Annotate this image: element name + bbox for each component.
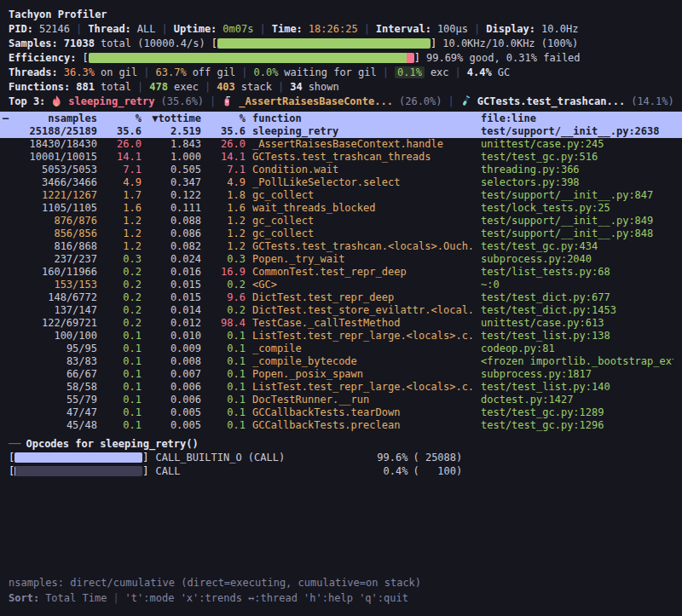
cell-tottime: 0.006 xyxy=(148,381,201,394)
table-row[interactable]: 160/119660.20.01616.9CommonTest.test_rep… xyxy=(0,266,682,279)
cell-direct-pct: 0.2 xyxy=(104,279,142,291)
top3-item-3-name: GCTests.test_trashcan... xyxy=(477,95,625,107)
scroll-indicator: — xyxy=(3,112,9,125)
cell-direct-pct: 14.1 xyxy=(104,151,142,164)
efficiency-line: Efficiency: [ ] 99.69% good, 0.31% faile… xyxy=(9,50,673,65)
top3-item-1-name: sleeping_retry xyxy=(68,95,154,107)
column-header-nsamples[interactable]: nsamples xyxy=(9,112,97,125)
opcode-bar-fill xyxy=(14,466,15,476)
table-row[interactable]: 816/8681.20.0821.2GCTests.test_trashcan.… xyxy=(0,240,682,253)
cell-cumulative-pct: 0.1 xyxy=(208,355,246,368)
table-row[interactable]: 237/2370.30.0240.3Popen._try_waitsubproc… xyxy=(0,253,682,266)
cell-file-line: test/test_gc.py:1289 xyxy=(481,406,673,419)
table-row[interactable]: 58/580.10.0060.1ListTest.test_repr_large… xyxy=(0,381,682,394)
threads-off-gil-value: 63.7% xyxy=(156,66,187,78)
table-row[interactable]: 153/1530.20.0150.2<GC>~:0 xyxy=(0,279,682,291)
cell-tottime: 2.519 xyxy=(148,125,201,138)
cell-tottime: 0.016 xyxy=(148,266,201,279)
cell-tottime: 0.024 xyxy=(148,253,201,266)
column-header-tottime[interactable]: ▼tottime xyxy=(148,112,201,125)
functions-total: 881 xyxy=(76,81,95,93)
cell-nsamples: 25188/25189 xyxy=(9,125,97,138)
column-header-function[interactable]: function xyxy=(252,112,474,125)
table-row[interactable]: 95/950.10.0090.1_compilecodeop.py:81 xyxy=(0,343,682,355)
table-row[interactable]: 1221/12671.70.1221.8gc_collecttest/suppo… xyxy=(0,189,682,202)
table-row[interactable]: 66/670.10.0070.1Popen._posix_spawnsubpro… xyxy=(0,368,682,381)
cell-cumulative-pct: 0.2 xyxy=(208,279,246,291)
cell-nsamples: 1105/1105 xyxy=(9,202,97,215)
table-row[interactable]: 876/8761.20.0881.2gc_collecttest/support… xyxy=(0,215,682,227)
separator: | xyxy=(143,66,149,78)
threads-line: Threads: 36.3% on gil | 63.7% off gil | … xyxy=(9,65,673,79)
cell-file-line: doctest.py:1427 xyxy=(481,394,673,406)
extinguisher-icon xyxy=(222,95,233,107)
functions-exec-suffix: exec xyxy=(174,81,199,93)
pid-label: PID: xyxy=(9,23,33,35)
cell-file-line: <frozen importlib._bootstrap_externa xyxy=(481,355,673,368)
functions-total-suffix: total xyxy=(101,81,131,93)
cell-nsamples: 83/83 xyxy=(9,355,97,368)
cell-function: _PollLikeSelector.select xyxy=(252,176,474,189)
cell-file-line: subprocess.py:1817 xyxy=(481,368,673,381)
cell-direct-pct: 1.7 xyxy=(104,189,142,202)
pid-value: 52146 xyxy=(39,23,70,35)
separator: | xyxy=(455,66,461,78)
top3-item-2-name: _AssertRaisesBaseConte... xyxy=(239,95,393,107)
cell-file-line: test/test_gc.py:516 xyxy=(481,151,673,164)
table-row[interactable]: 122/697210.20.01298.4TestCase._callTestM… xyxy=(0,317,682,330)
table-row[interactable]: 3466/34664.90.3474.9_PollLikeSelector.se… xyxy=(0,176,682,189)
cell-cumulative-pct: 0.3 xyxy=(208,253,246,266)
cell-cumulative-pct: 7.1 xyxy=(208,164,246,176)
cell-function: ListTest.test_repr_large.<locals>.c... xyxy=(252,381,474,394)
column-header-cumulative-pct[interactable]: % xyxy=(208,112,246,125)
thread-value[interactable]: ALL xyxy=(137,23,156,35)
table-row[interactable]: 25188/2518935.62.51935.6sleeping_retryte… xyxy=(0,125,682,138)
table-row[interactable]: 55/790.10.0060.1DocTestRunner.__rundocte… xyxy=(0,394,682,406)
cell-cumulative-pct: 35.6 xyxy=(208,125,246,138)
cell-function: <GC> xyxy=(252,279,474,291)
cell-direct-pct: 0.2 xyxy=(104,304,142,317)
cell-cumulative-pct: 9.6 xyxy=(208,291,246,304)
table-row[interactable]: 148/67720.20.0159.6DictTest.test_repr_de… xyxy=(0,291,682,304)
table-header: — nsamples % ▼tottime % function file:li… xyxy=(0,112,682,125)
cell-nsamples: 876/876 xyxy=(9,215,97,227)
cell-tottime: 0.014 xyxy=(148,304,201,317)
separator: | xyxy=(241,66,247,78)
cell-function: DocTestRunner.__run xyxy=(252,394,474,406)
column-header-direct-pct[interactable]: % xyxy=(104,112,142,125)
top3-line: Top 3: sleeping_retry (35.6%) | _AssertR… xyxy=(9,94,673,108)
table-row[interactable]: 10001/1001514.11.00014.1GCTests.test_tra… xyxy=(0,151,682,164)
samples-total-suffix: total (10000.4/s) xyxy=(101,37,205,49)
cell-nsamples: 237/237 xyxy=(9,253,97,266)
table-row[interactable]: 137/1470.20.0140.2DictTest.test_store_ev… xyxy=(0,304,682,317)
table-row[interactable]: 47/470.10.0050.1GCCallbackTests.tearDown… xyxy=(0,406,682,419)
cell-file-line: test/test_dict.py:1453 xyxy=(481,304,673,317)
opcode-bar-fill xyxy=(14,452,142,463)
cell-function: GCCallbackTests.preclean xyxy=(252,419,474,432)
cell-file-line: test/support/__init__.py:848 xyxy=(481,227,673,240)
separator: | xyxy=(76,23,82,35)
cell-function: gc_collect xyxy=(252,215,474,227)
table-row[interactable]: 100/1000.10.0100.1ListTest.test_repr_lar… xyxy=(0,330,682,343)
separator: | xyxy=(383,66,389,78)
cell-nsamples: 137/147 xyxy=(9,304,97,317)
footer-keys-line: Sort: Total Time | 't':mode 'x':trends ↔… xyxy=(9,590,421,606)
threads-gc-value: 4.4% xyxy=(467,66,492,78)
efficiency-bar: [ ] xyxy=(82,52,419,64)
cell-direct-pct: 1.2 xyxy=(104,227,142,240)
table-row[interactable]: 5053/50537.10.5057.1Condition.waitthread… xyxy=(0,164,682,176)
table-row[interactable]: 45/480.10.0050.1GCCallbackTests.preclean… xyxy=(0,419,682,432)
samples-bar-fill xyxy=(217,38,431,49)
cell-cumulative-pct: 14.1 xyxy=(208,151,246,164)
cell-direct-pct: 35.6 xyxy=(104,125,142,138)
cell-cumulative-pct: 0.1 xyxy=(208,368,246,381)
column-header-file-line[interactable]: file:line xyxy=(481,112,673,125)
cell-cumulative-pct: 1.8 xyxy=(208,189,246,202)
table-row[interactable]: 18430/1843026.01.84326.0_AssertRaisesBas… xyxy=(0,138,682,151)
table-row[interactable]: 856/8561.20.0861.2gc_collecttest/support… xyxy=(0,227,682,240)
table-row[interactable]: 83/830.10.0080.1_compile_bytecode<frozen… xyxy=(0,355,682,368)
separator: | xyxy=(364,23,370,35)
function-table: — nsamples % ▼tottime % function file:li… xyxy=(0,112,682,432)
table-row[interactable]: 1105/11051.60.1111.6wait_threads_blocked… xyxy=(0,202,682,215)
cell-tottime: 0.122 xyxy=(148,189,201,202)
